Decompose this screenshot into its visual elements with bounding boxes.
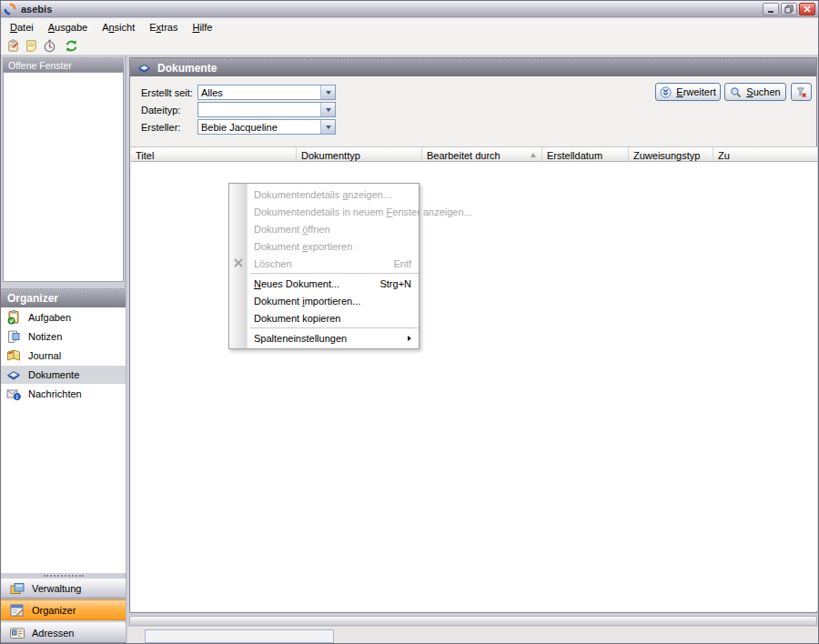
organizer-list: Aufgaben Notizen xyxy=(1,307,126,573)
column-header-dokumenttyp[interactable]: Dokumenttyp xyxy=(297,147,422,162)
context-menu-separator xyxy=(250,273,419,274)
context-menu-item-dokument-exportieren[interactable]: Dokument exportieren xyxy=(229,237,419,255)
combobox-value: Bebie Jacqueline xyxy=(198,120,320,134)
magnifier-icon xyxy=(730,86,742,98)
document-book-icon xyxy=(137,61,151,75)
advanced-button-label: Erweitert xyxy=(676,86,715,97)
status-progress-field xyxy=(145,629,334,643)
page-title: Dokumente xyxy=(157,62,217,75)
close-icon xyxy=(803,5,812,14)
context-menu-item-details-anzeigen[interactable]: Dokumentendetails anzeigen... xyxy=(229,186,419,203)
search-button[interactable]: Suchen xyxy=(724,83,786,101)
context-menu-item-label: Löschen xyxy=(254,258,292,269)
combobox-dropdown-button[interactable] xyxy=(320,120,335,134)
context-menu-item-neues-dokument[interactable]: Neues Dokument... Strg+N xyxy=(229,275,419,292)
context-menu-separator xyxy=(250,327,419,328)
sidebar-item-journal[interactable]: Journal xyxy=(1,347,126,365)
documents-panel-header: Dokumente xyxy=(130,58,816,76)
ersteller-combobox[interactable]: Bebie Jacqueline xyxy=(197,119,336,135)
context-menu-item-label: Dokumentendetails in neuem Fenster anzei… xyxy=(254,206,472,217)
toolbar-note-button[interactable] xyxy=(22,37,40,54)
window-title: asebis xyxy=(21,4,761,15)
context-menu-item-dokument-kopieren[interactable]: Dokument kopieren xyxy=(229,309,419,327)
bottom-splitter-bar[interactable] xyxy=(129,616,817,626)
context-menu-item-dokument-importieren[interactable]: Dokument importieren... xyxy=(229,292,419,309)
organizer-icon xyxy=(9,602,25,619)
refresh-icon xyxy=(65,39,78,53)
note-icon xyxy=(6,329,21,344)
clear-filter-button[interactable] xyxy=(791,83,812,101)
sidebar-item-label: Journal xyxy=(28,350,61,361)
sidebar-item-label: Nachrichten xyxy=(28,388,82,399)
double-chevron-down-icon xyxy=(660,86,672,98)
table-header: Titel Dokumenttyp Bearbeitet durch Erste… xyxy=(131,146,817,162)
sidebar-item-dokumente[interactable]: Dokumente xyxy=(1,366,126,384)
restore-button[interactable] xyxy=(781,3,797,15)
journal-clock-icon xyxy=(43,39,56,53)
context-menu-shortcut: Strg+N xyxy=(369,278,411,289)
context-menu-item-label: Dokument öffnen xyxy=(254,224,330,235)
toolbar-tasks-button[interactable] xyxy=(4,37,22,54)
dateityp-combobox[interactable] xyxy=(197,102,336,117)
context-menu-item-label: Neues Dokument... xyxy=(254,278,339,289)
context-menu-item-dokument-oeffnen[interactable]: Dokument öffnen xyxy=(229,220,419,237)
sidebar: Offene Fenster Organizer Aufgaben xyxy=(1,55,126,643)
chevron-down-icon xyxy=(326,91,331,95)
context-menu-item-spalteneinstellungen[interactable]: Spalteneinstellungen xyxy=(229,329,419,347)
sidebar-item-aufgaben[interactable]: Aufgaben xyxy=(1,308,126,327)
combobox-value xyxy=(198,103,320,116)
status-bar xyxy=(127,627,818,643)
context-menu-item-label: Dokument exportieren xyxy=(254,241,352,252)
sidebar-item-label: Notizen xyxy=(28,331,62,342)
addresses-icon xyxy=(9,625,25,641)
context-menu-item-label: Dokumentendetails anzeigen... xyxy=(254,189,391,200)
filter-label-erstellt-seit: Erstellt seit: xyxy=(141,86,193,99)
column-header-zu[interactable]: Zu xyxy=(713,147,817,162)
context-menu-item-loeschen[interactable]: Löschen Entf xyxy=(229,255,419,272)
advanced-button[interactable]: Erweitert xyxy=(655,83,721,101)
nav-button-label: Verwaltung xyxy=(32,583,81,594)
menu-bar: Datei Ausgabe Ansicht Extras Hilfe xyxy=(1,18,818,36)
erstellt-seit-combobox[interactable]: Alles xyxy=(197,85,336,100)
column-header-titel[interactable]: Titel xyxy=(131,147,297,162)
column-header-label: Erstelldatum xyxy=(547,150,602,161)
filter-label-ersteller: Ersteller: xyxy=(141,121,180,134)
menu-datei[interactable]: Datei xyxy=(3,19,41,35)
open-windows-header: Offene Fenster xyxy=(3,57,124,72)
open-windows-list[interactable] xyxy=(3,72,124,282)
menu-hilfe[interactable]: Hilfe xyxy=(185,19,219,35)
context-menu-item-label: Dokument importieren... xyxy=(254,296,360,307)
nav-button-organizer[interactable]: Organizer xyxy=(1,599,126,620)
message-icon xyxy=(6,387,21,401)
close-button[interactable] xyxy=(799,3,815,15)
column-header-label: Zu xyxy=(718,150,730,161)
filter-label-dateityp: Dateityp: xyxy=(141,104,180,116)
document-book-icon xyxy=(6,367,21,382)
sidebar-item-nachrichten[interactable]: Nachrichten xyxy=(1,385,126,403)
menu-ausgabe[interactable]: Ausgabe xyxy=(41,19,95,35)
context-menu-item-details-neues-fenster[interactable]: Dokumentendetails in neuem Fenster anzei… xyxy=(229,203,419,220)
nav-button-label: Organizer xyxy=(32,605,76,616)
nav-button-verwaltung[interactable]: Verwaltung xyxy=(1,579,126,599)
menu-extras[interactable]: Extras xyxy=(142,19,185,35)
sidebar-item-label: Aufgaben xyxy=(28,312,71,323)
combobox-dropdown-button[interactable] xyxy=(320,103,335,116)
column-header-erstelldatum[interactable]: Erstelldatum xyxy=(542,147,629,162)
chevron-down-icon xyxy=(326,108,331,112)
toolbar-refresh-button[interactable] xyxy=(62,37,80,54)
menu-ansicht[interactable]: Ansicht xyxy=(95,19,142,35)
app-window: asebis Datei Ausgabe Ansicht Extras Hilf… xyxy=(0,0,819,644)
administration-icon xyxy=(9,580,25,597)
nav-button-adressen[interactable]: Adressen xyxy=(1,622,126,643)
sidebar-item-label: Dokumente xyxy=(28,369,79,380)
column-header-bearbeitet-durch[interactable]: Bearbeitet durch xyxy=(422,147,542,162)
minimize-icon xyxy=(766,5,775,14)
combobox-dropdown-button[interactable] xyxy=(320,86,335,99)
search-button-label: Suchen xyxy=(746,86,780,97)
minimize-button[interactable] xyxy=(763,3,779,15)
column-header-label: Dokumenttyp xyxy=(301,150,360,161)
toolbar-journal-button[interactable] xyxy=(40,37,58,54)
restore-icon xyxy=(784,5,794,14)
column-header-zuweisungstyp[interactable]: Zuweisungstyp xyxy=(629,147,713,162)
sidebar-item-notizen[interactable]: Notizen xyxy=(1,327,126,346)
